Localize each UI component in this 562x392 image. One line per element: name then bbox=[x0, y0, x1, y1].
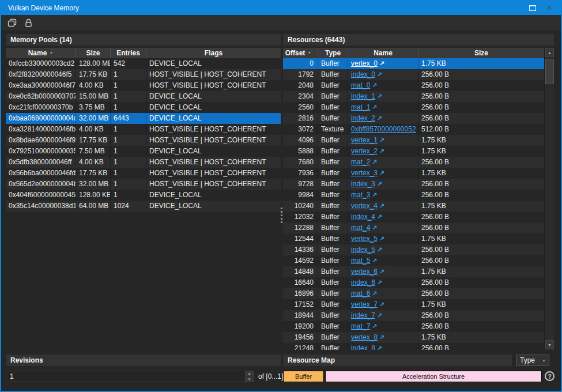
table-row[interactable]: 19456 Buffer vertex_8↗ 1.75 KB bbox=[283, 332, 544, 343]
table-row[interactable]: 16896 Buffer mat_6↗ 256.00 B bbox=[283, 288, 544, 299]
goto-resource-icon[interactable]: ↗ bbox=[372, 82, 377, 89]
goto-resource-icon[interactable]: ↗ bbox=[379, 268, 384, 275]
table-row[interactable]: 9728 Buffer index_3↗ 256.00 B bbox=[283, 179, 544, 190]
resource-link[interactable]: index_8 bbox=[351, 344, 375, 350]
table-row[interactable]: 14848 Buffer vertex_6↗ 1.75 KB bbox=[283, 266, 544, 277]
table-row[interactable]: 0x8bdae600000046f9 17.75 KB 1 HOST_VISIB… bbox=[6, 135, 281, 146]
resource-link[interactable]: 0xbff8570000000052 bbox=[351, 125, 416, 133]
help-icon[interactable]: ? bbox=[545, 371, 555, 381]
goto-resource-icon[interactable]: ↗ bbox=[377, 279, 382, 286]
table-row[interactable]: 0 Buffer vertex_0↗ 1.75 KB bbox=[283, 58, 544, 69]
type-filter-dropdown[interactable]: Type ▼ bbox=[516, 355, 549, 366]
table-row[interactable]: 7936 Buffer vertex_3↗ 1.75 KB bbox=[283, 168, 544, 179]
revision-value[interactable]: 1 bbox=[6, 371, 245, 382]
float-window-button[interactable] bbox=[529, 5, 536, 11]
goto-resource-icon[interactable]: ↗ bbox=[379, 148, 384, 154]
table-row[interactable]: 14336 Buffer index_5↗ 256.00 B bbox=[283, 244, 544, 255]
goto-resource-icon[interactable]: ↗ bbox=[377, 246, 382, 253]
resource-link[interactable]: vertex_1 bbox=[351, 136, 378, 144]
close-button[interactable]: ✕ bbox=[546, 5, 553, 11]
table-row[interactable]: 0xbaa068000000004d 32.00 MB 6443 DEVICE_… bbox=[6, 113, 281, 124]
table-row[interactable]: 12544 Buffer vertex_5↗ 1.75 KB bbox=[283, 233, 544, 244]
goto-resource-icon[interactable]: ↗ bbox=[379, 301, 384, 308]
goto-resource-icon[interactable]: ↗ bbox=[377, 213, 382, 220]
goto-resource-icon[interactable]: ↗ bbox=[379, 137, 384, 144]
table-row[interactable]: 3072 Texture 0xbff8570000000052↗ 512.00 … bbox=[283, 124, 544, 135]
spinner-down-button[interactable]: ▼ bbox=[246, 377, 253, 382]
resource-link[interactable]: index_0 bbox=[351, 70, 375, 78]
table-row[interactable]: 14592 Buffer mat_5↗ 256.00 B bbox=[283, 255, 544, 266]
goto-resource-icon[interactable]: ↗ bbox=[377, 312, 382, 319]
goto-resource-icon[interactable]: ↗ bbox=[377, 115, 382, 122]
table-row[interactable]: 2048 Buffer mat_0↗ 256.00 B bbox=[283, 80, 544, 91]
goto-resource-icon[interactable]: ↗ bbox=[372, 191, 377, 198]
resource-link[interactable]: index_4 bbox=[351, 213, 375, 221]
scroll-down-button[interactable]: ▼ bbox=[545, 340, 554, 349]
goto-resource-icon[interactable]: ↗ bbox=[377, 345, 382, 350]
resource-link[interactable]: vertex_0 bbox=[351, 59, 378, 67]
resource-link[interactable]: vertex_3 bbox=[351, 169, 378, 177]
table-row[interactable]: 0xc21fcf000000370b 3.75 MB 1 DEVICE_LOCA… bbox=[6, 102, 281, 113]
resource-link[interactable]: vertex_8 bbox=[351, 333, 378, 341]
table-row[interactable]: 21248 Buffer index_8↗ 256.00 B bbox=[283, 343, 544, 350]
resource-link[interactable]: index_6 bbox=[351, 278, 375, 287]
resource-link[interactable]: mat_0 bbox=[351, 81, 370, 89]
table-row[interactable]: 5888 Buffer vertex_2↗ 1.75 KB bbox=[283, 146, 544, 157]
goto-resource-icon[interactable]: ↗ bbox=[377, 93, 382, 100]
resource-link[interactable]: mat_3 bbox=[351, 191, 370, 199]
goto-resource-icon[interactable]: ↗ bbox=[379, 60, 384, 67]
spinner-up-button[interactable]: ▲ bbox=[246, 371, 253, 377]
resource-link[interactable]: vertex_2 bbox=[351, 147, 378, 155]
column-header-offset[interactable]: Offset ▼ bbox=[283, 48, 318, 58]
resource-link[interactable]: mat_1 bbox=[351, 103, 370, 111]
column-header-entries[interactable]: Entries bbox=[111, 48, 146, 58]
resource-link[interactable]: mat_6 bbox=[351, 289, 370, 297]
table-row[interactable]: 0x35c14c00000038d1 64.00 MB 1024 DEVICE_… bbox=[6, 201, 281, 212]
table-row[interactable]: 0x7925100000000035 7.50 MB 1 DEVICE_LOCA… bbox=[6, 146, 281, 157]
resource-link[interactable]: vertex_5 bbox=[351, 235, 378, 243]
resource-link[interactable]: index_5 bbox=[351, 246, 375, 254]
table-row[interactable]: 16640 Buffer index_6↗ 256.00 B bbox=[283, 277, 544, 288]
revision-spinner[interactable]: 1 ▲ ▼ bbox=[6, 371, 254, 382]
resource-link[interactable]: index_1 bbox=[351, 92, 375, 100]
scroll-up-button[interactable]: ▲ bbox=[545, 48, 554, 57]
table-row[interactable]: 12288 Buffer mat_4↗ 256.00 B bbox=[283, 223, 544, 233]
goto-resource-icon[interactable]: ↗ bbox=[372, 159, 377, 165]
goto-resource-icon[interactable]: ↗ bbox=[372, 224, 377, 231]
table-row[interactable]: 9984 Buffer mat_3↗ 256.00 B bbox=[283, 190, 544, 201]
resource-link[interactable]: vertex_4 bbox=[351, 202, 378, 210]
buffer-segment[interactable]: Buffer bbox=[283, 371, 324, 382]
goto-resource-icon[interactable]: ↗ bbox=[372, 257, 377, 264]
goto-resource-icon[interactable]: ↗ bbox=[372, 323, 377, 330]
table-row[interactable]: 0xe3aa3000000046f7 4.00 KB 1 HOST_VISIBL… bbox=[6, 80, 281, 91]
resource-link[interactable]: index_2 bbox=[351, 114, 375, 122]
goto-resource-icon[interactable]: ↗ bbox=[379, 202, 384, 209]
table-row[interactable]: 1792 Buffer index_0↗ 256.00 B bbox=[283, 69, 544, 80]
table-row[interactable]: 2560 Buffer mat_1↗ 256.00 B bbox=[283, 102, 544, 113]
duplicate-window-button[interactable] bbox=[6, 17, 18, 29]
table-row[interactable]: 12032 Buffer index_4↗ 256.00 B bbox=[283, 212, 544, 223]
table-row[interactable]: 10240 Buffer vertex_4↗ 1.75 KB bbox=[283, 201, 544, 212]
table-row[interactable]: 0xfccb330000003cd2 128.00 MB 542 DEVICE_… bbox=[6, 58, 281, 69]
goto-resource-icon[interactable]: ↗ bbox=[377, 180, 382, 187]
column-header-name[interactable]: Name ▼ bbox=[6, 48, 76, 58]
column-header-type[interactable]: Type bbox=[318, 48, 348, 58]
table-row[interactable]: 4096 Buffer vertex_1↗ 1.75 KB bbox=[283, 135, 544, 146]
resource-link[interactable]: vertex_6 bbox=[351, 267, 378, 276]
resource-link[interactable]: mat_4 bbox=[351, 224, 370, 232]
vertical-scrollbar[interactable]: ▲ ▼ bbox=[544, 48, 554, 350]
table-row[interactable]: 0xa3281400000046fb 4.00 KB 1 HOST_VISIBL… bbox=[6, 124, 281, 135]
goto-resource-icon[interactable]: ↗ bbox=[379, 235, 384, 242]
table-row[interactable]: 17152 Buffer vertex_7↗ 1.75 KB bbox=[283, 299, 544, 310]
column-header-size[interactable]: Size bbox=[76, 48, 111, 58]
resource-link[interactable]: mat_2 bbox=[351, 158, 370, 166]
lock-button[interactable] bbox=[22, 17, 35, 29]
column-header-res-size[interactable]: Size bbox=[418, 48, 544, 58]
table-row[interactable]: 0xe0c62b0000003707 15.00 MB 1 DEVICE_LOC… bbox=[6, 91, 281, 102]
table-row[interactable]: 7680 Buffer mat_2↗ 256.00 B bbox=[283, 157, 544, 168]
scrollbar-thumb[interactable] bbox=[545, 59, 554, 84]
table-row[interactable]: 0xf2f83200000046f5 17.75 KB 1 HOST_VISIB… bbox=[6, 69, 281, 80]
resource-link[interactable]: index_3 bbox=[351, 180, 375, 188]
resource-link[interactable]: vertex_7 bbox=[351, 300, 378, 308]
table-row[interactable]: 0x404f600000000045 128.00 KB 1 DEVICE_LO… bbox=[6, 190, 281, 201]
